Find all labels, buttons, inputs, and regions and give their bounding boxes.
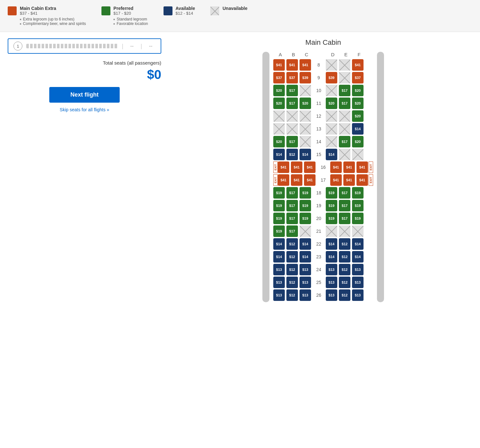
seat-group-right-17: $41$41$41 [330, 174, 369, 186]
seat-group-left-25: $13$12$13 [273, 277, 312, 288]
seat-23C[interactable]: $14 [300, 251, 311, 263]
seat-26F[interactable]: $13 [352, 289, 364, 301]
seat-11B[interactable]: $17 [286, 98, 298, 109]
seat-8C[interactable]: $41 [300, 59, 311, 71]
seat-20D[interactable]: $19 [326, 213, 337, 224]
seat-17B[interactable]: $41 [291, 174, 302, 186]
seat-26B[interactable]: $12 [286, 289, 298, 301]
seat-23A[interactable]: $14 [273, 251, 285, 263]
seat-19E[interactable]: $17 [339, 200, 350, 211]
seat-15A[interactable]: $14 [273, 149, 285, 160]
seat-22C[interactable]: $14 [300, 238, 311, 250]
seat-25A[interactable]: $13 [273, 277, 285, 288]
seat-18B[interactable]: $17 [286, 187, 298, 199]
seat-14F[interactable]: $20 [352, 136, 364, 147]
seat-25C[interactable]: $13 [300, 277, 311, 288]
seat-22D[interactable]: $14 [326, 238, 337, 250]
seat-16E[interactable]: $41 [343, 161, 355, 173]
seat-15B[interactable]: $12 [286, 149, 298, 160]
legend-color-unavailable [210, 6, 219, 15]
seat-26E[interactable]: $12 [339, 289, 350, 301]
seat-24C[interactable]: $13 [300, 264, 311, 275]
seat-18F[interactable]: $19 [352, 187, 364, 199]
seat-23F[interactable]: $14 [352, 251, 364, 263]
seat-10A[interactable]: $20 [273, 85, 285, 96]
seat-19A[interactable]: $19 [273, 200, 285, 211]
seat-14B[interactable]: $17 [286, 136, 298, 147]
seat-11F[interactable]: $20 [352, 98, 364, 109]
seat-24B[interactable]: $12 [286, 264, 298, 275]
seat-9F[interactable]: $37 [352, 72, 364, 83]
seat-21A[interactable]: $19 [273, 225, 285, 237]
seat-19B[interactable]: $17 [286, 200, 298, 211]
seat-18A[interactable]: $19 [273, 187, 285, 199]
seat-16B[interactable]: $41 [291, 161, 302, 173]
seat-20C[interactable]: $19 [300, 213, 311, 224]
seat-26A[interactable]: $13 [273, 289, 285, 301]
seat-17A[interactable]: $41 [278, 174, 289, 186]
seat-10F[interactable]: $20 [352, 85, 364, 96]
seat-8B[interactable]: $41 [286, 59, 298, 71]
seat-11D[interactable]: $20 [326, 98, 337, 109]
seat-10E[interactable]: $17 [339, 85, 350, 96]
seat-11E[interactable]: $17 [339, 98, 350, 109]
seat-20A[interactable]: $19 [273, 213, 285, 224]
row-number-20: 20 [312, 216, 326, 221]
seat-26C[interactable]: $13 [300, 289, 311, 301]
seat-20F[interactable]: $19 [352, 213, 364, 224]
seat-16D[interactable]: $41 [330, 161, 342, 173]
seat-14A[interactable]: $20 [273, 136, 285, 147]
seat-20B[interactable]: $17 [286, 213, 298, 224]
seat-17F[interactable]: $41 [356, 174, 368, 186]
seat-8A[interactable]: $41 [273, 59, 285, 71]
seat-20E[interactable]: $17 [339, 213, 350, 224]
seat-13F[interactable]: $14 [352, 123, 364, 135]
seat-map-inner: ABCDEF $41$41$418$41$37$37$399$39$37$20$… [269, 52, 377, 302]
seat-22B[interactable]: $12 [286, 238, 298, 250]
seat-24F[interactable]: $13 [352, 264, 364, 275]
seat-16C[interactable]: $41 [304, 161, 316, 173]
seat-25B[interactable]: $12 [286, 277, 298, 288]
seat-18D[interactable]: $19 [326, 187, 337, 199]
seat-22F[interactable]: $14 [352, 238, 364, 250]
seat-14E[interactable]: $17 [339, 136, 350, 147]
seat-9A[interactable]: $37 [273, 72, 285, 83]
seat-10B[interactable]: $17 [286, 85, 298, 96]
seat-23E[interactable]: $12 [339, 251, 350, 263]
seat-11A[interactable]: $20 [273, 98, 285, 109]
seat-24E[interactable]: $12 [339, 264, 350, 275]
seat-22A[interactable]: $14 [273, 238, 285, 250]
seat-22E[interactable]: $12 [339, 238, 350, 250]
seat-9B[interactable]: $37 [286, 72, 298, 83]
seat-19F[interactable]: $19 [352, 200, 364, 211]
skip-seats-link[interactable]: Skip seats for all flights » [8, 107, 161, 112]
seat-16F[interactable]: $41 [356, 161, 368, 173]
seat-25D[interactable]: $13 [326, 277, 337, 288]
seat-17E[interactable]: $41 [343, 174, 355, 186]
seat-25E[interactable]: $12 [339, 277, 350, 288]
passenger-selector[interactable]: 1 | -- | -- [8, 38, 161, 54]
seat-18E[interactable]: $17 [339, 187, 350, 199]
seat-19D[interactable]: $19 [326, 200, 337, 211]
next-flight-button[interactable]: Next flight [49, 87, 120, 103]
seat-15C[interactable]: $14 [300, 149, 311, 160]
seat-17D[interactable]: $41 [330, 174, 342, 186]
seat-24D[interactable]: $13 [326, 264, 337, 275]
seat-24A[interactable]: $13 [273, 264, 285, 275]
seat-23B[interactable]: $12 [286, 251, 298, 263]
seat-19C[interactable]: $19 [300, 200, 311, 211]
seat-15D[interactable]: $14 [326, 149, 337, 160]
row-number-18: 18 [312, 190, 326, 195]
seat-9C[interactable]: $39 [300, 72, 311, 83]
seat-8F[interactable]: $41 [352, 59, 364, 71]
seat-21B[interactable]: $17 [286, 225, 298, 237]
seat-25F[interactable]: $13 [352, 277, 364, 288]
seat-12F[interactable]: $20 [352, 110, 364, 122]
seat-9D[interactable]: $39 [326, 72, 337, 83]
seat-23D[interactable]: $14 [326, 251, 337, 263]
seat-11C[interactable]: $20 [300, 98, 311, 109]
seat-17C[interactable]: $41 [304, 174, 316, 186]
seat-16A[interactable]: $41 [278, 161, 289, 173]
seat-26D[interactable]: $13 [326, 289, 337, 301]
seat-18C[interactable]: $19 [300, 187, 311, 199]
